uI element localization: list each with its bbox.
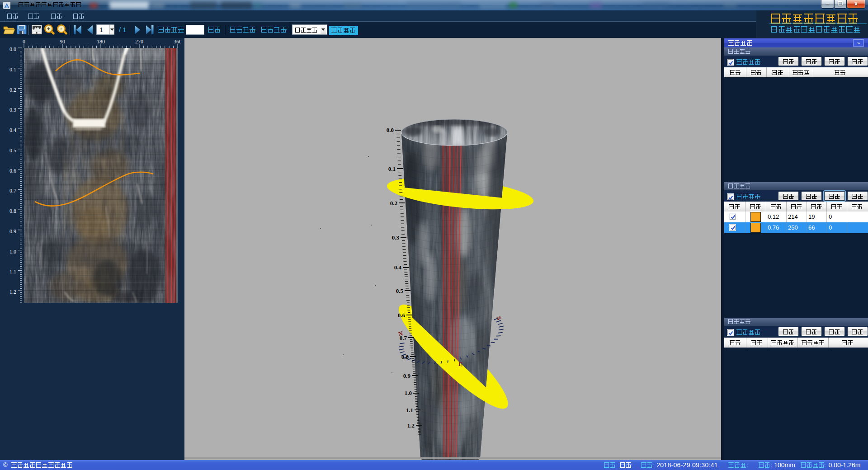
svg-text:0.7: 0.7 (400, 334, 407, 341)
svg-text:1.2: 1.2 (9, 289, 16, 295)
svg-text:0.1: 0.1 (9, 66, 16, 73)
svg-text:1.1: 1.1 (406, 407, 413, 414)
svg-text:0.1: 0.1 (388, 165, 396, 172)
svg-text:0.8: 0.8 (401, 353, 409, 360)
svg-text:1.1: 1.1 (9, 268, 16, 275)
svg-text:E: E (458, 361, 463, 368)
svg-text:1.2: 1.2 (407, 422, 415, 429)
svg-text:90: 90 (60, 38, 65, 45)
svg-text:-: - (60, 25, 62, 32)
svg-text:+: + (47, 25, 51, 32)
svg-text:0.6: 0.6 (9, 168, 16, 174)
svg-text:270: 270 (135, 38, 143, 45)
svg-text:0.6: 0.6 (398, 312, 406, 319)
svg-text:180: 180 (97, 38, 105, 45)
svg-text:0.3: 0.3 (392, 234, 400, 241)
svg-text:0.3: 0.3 (9, 107, 16, 113)
svg-text:0.8: 0.8 (9, 208, 16, 214)
svg-text:1.0: 1.0 (9, 249, 16, 255)
svg-text:0.2: 0.2 (9, 87, 16, 93)
svg-text:0.9: 0.9 (9, 228, 16, 235)
svg-text:0.5: 0.5 (9, 147, 16, 154)
svg-text:0.4: 0.4 (9, 127, 16, 133)
svg-text:0.0: 0.0 (387, 127, 394, 133)
svg-text:0.0: 0.0 (9, 46, 16, 52)
svg-text:360: 360 (174, 38, 181, 45)
svg-text:0.2: 0.2 (390, 200, 397, 207)
svg-text:0.9: 0.9 (403, 372, 411, 379)
svg-text:0: 0 (23, 38, 25, 45)
svg-text:0.7: 0.7 (9, 188, 16, 194)
svg-text:S: S (495, 315, 503, 321)
svg-text:0.4: 0.4 (394, 264, 402, 271)
svg-text:0.5: 0.5 (396, 287, 404, 294)
svg-text:1.0: 1.0 (405, 390, 412, 396)
